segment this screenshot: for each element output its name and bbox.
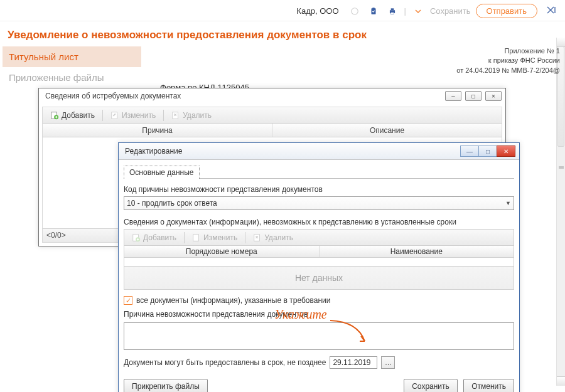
docs-toolbar: Добавить Изменить Удалить — [43, 107, 502, 124]
close-button[interactable]: ✕ — [485, 91, 502, 101]
edit-docs-header: Порядковые номера Наименование — [124, 245, 514, 258]
edit-add-button: Добавить — [128, 233, 180, 243]
chat-icon[interactable] — [348, 4, 362, 18]
edit-maximize-button[interactable]: □ — [478, 146, 497, 157]
reason-textarea[interactable] — [124, 322, 514, 350]
deadline-input[interactable]: 29.11.2019 — [330, 356, 377, 369]
edit-tabstrip: Основные данные — [124, 165, 514, 179]
edit-add-label: Добавить — [143, 233, 176, 242]
svg-rect-12 — [193, 234, 199, 241]
add-label: Добавить — [62, 111, 95, 120]
chevron-down-icon: ▼ — [505, 200, 511, 206]
side-tabs: Титульный лист Приложенные файлы — [0, 46, 141, 92]
close-icon[interactable] — [546, 6, 557, 17]
company-name: Кадр, ООО — [296, 6, 338, 16]
edit-label: Изменить — [122, 111, 156, 120]
window-edit-title: Редактирование — [125, 147, 182, 156]
clipboard-icon[interactable] — [367, 4, 380, 18]
col-name: Наименование — [320, 246, 514, 257]
svg-rect-2 — [372, 8, 375, 9]
date-picker-button[interactable]: … — [381, 356, 395, 369]
svg-rect-5 — [390, 12, 394, 14]
delete-button: Удалить — [168, 110, 215, 120]
edit-minimize-button[interactable]: — — [460, 146, 479, 157]
tab-title-page[interactable]: Титульный лист — [3, 46, 141, 67]
all-docs-label: все документы (информация), указанные в … — [136, 296, 330, 305]
svg-point-0 — [351, 8, 358, 14]
save-button[interactable]: Сохранить — [404, 379, 458, 392]
all-docs-checkbox[interactable]: ✓ — [124, 296, 132, 305]
delete-label: Удалить — [183, 111, 212, 120]
annex-block: Приложение № 1 к приказу ФНС России от 2… — [160, 46, 560, 75]
docs-section-label: Сведения о документах (информации), нево… — [124, 218, 514, 226]
docs-table-header: Причина Описание — [43, 124, 502, 137]
window-documents-title: Сведения об истребуемых документах — [45, 92, 181, 100]
annex-line2: к приказу ФНС России — [160, 56, 560, 65]
attach-files-button[interactable]: Прикрепить файлы — [124, 379, 208, 392]
reason-label: Причина невозможности представления доку… — [124, 309, 514, 321]
edit-docs-toolbar: Добавить Изменить Удалить — [124, 229, 514, 245]
send-button[interactable]: Отправить — [476, 4, 537, 18]
col-reason: Причина — [43, 124, 272, 137]
edit-delete-button: Удалить — [249, 233, 297, 243]
deadline-label: Документы могут быть предоставлены в сро… — [124, 358, 326, 367]
code-label: Код причины невозможности представления … — [124, 184, 514, 196]
no-data-label: Нет данных — [124, 267, 514, 290]
chevron-down-icon[interactable] — [411, 4, 425, 18]
edit-docs-body[interactable] — [124, 258, 514, 267]
edit-button: Изменить — [107, 110, 159, 120]
edit-tab-main[interactable]: Основные данные — [124, 166, 200, 179]
annex-line1: Приложение № 1 — [160, 46, 560, 56]
window-edit: Редактирование — □ ✕ Основные данные Код… — [118, 142, 520, 392]
svg-rect-4 — [390, 8, 394, 10]
topbar: Кадр, ООО | Сохранить Отправить — [0, 0, 565, 21]
tab-attachments[interactable]: Приложенные файлы — [3, 67, 141, 88]
code-value: 10 - продлить срок ответа — [127, 199, 217, 208]
edit-delete-label: Удалить — [264, 233, 293, 242]
col-numbers: Порядковые номера — [124, 246, 320, 257]
print-icon[interactable] — [385, 4, 399, 18]
edit-edit-label: Изменить — [203, 233, 237, 242]
annex-line3: от 24.04.2019 № ММВ-7-2/204@ — [160, 66, 560, 75]
minimize-button[interactable]: — — [445, 91, 461, 101]
edit-edit-button: Изменить — [188, 233, 241, 243]
maximize-button[interactable]: □ — [465, 91, 482, 101]
code-select[interactable]: 10 - продлить срок ответа ▼ — [124, 196, 514, 210]
page-title: Уведомление о невозможности предоставлен… — [0, 21, 565, 46]
save-button-disabled: Сохранить — [430, 6, 471, 16]
add-button[interactable]: Добавить — [46, 110, 99, 120]
edit-close-button[interactable]: ✕ — [497, 146, 515, 157]
col-description: Описание — [272, 124, 502, 137]
deadline-value: 29.11.2019 — [333, 358, 370, 367]
cancel-button[interactable]: Отменить — [463, 379, 514, 392]
